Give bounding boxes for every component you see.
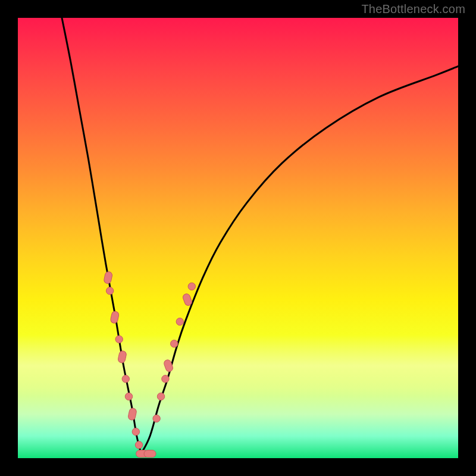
marker-left-branch [110,311,120,324]
marker-right-branch [153,415,160,422]
marker-left-branch [125,393,132,400]
marker-right-branch [157,393,164,400]
marker-left-branch [106,287,113,295]
marker-right-branch [162,375,169,383]
curve-left-branch [62,18,141,454]
plot-frame [18,18,458,458]
marker-layer [104,271,196,458]
marker-right-branch [176,318,183,325]
marker-right-branch [171,340,178,347]
marker-left-branch [122,375,129,383]
marker-flat [144,450,156,458]
marker-left-branch [104,271,113,284]
chart-stage: TheBottleneck.com [0,0,476,476]
marker-left-branch [115,336,123,343]
watermark-text: TheBottleneck.com [361,2,465,16]
curves-svg [18,18,458,458]
curve-right-branch [141,66,458,453]
curve-layer [62,18,458,454]
marker-left-branch [132,428,139,435]
marker-right-branch [188,283,195,290]
marker-left-branch [117,350,127,364]
marker-left-branch [127,408,137,421]
marker-left-branch [135,441,142,449]
